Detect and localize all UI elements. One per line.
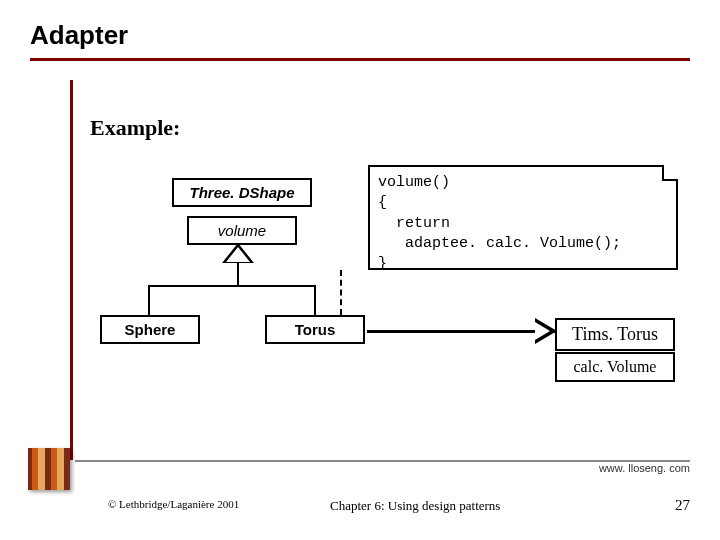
uml-class-sphere: Sphere [100, 315, 200, 344]
adapter-arrow-head-icon [535, 318, 557, 344]
footer-copyright: © Lethbridge/Laganière 2001 [108, 498, 239, 510]
uml-class-threedshape: Three. DShape [172, 178, 312, 207]
generalization-triangle-icon [222, 243, 254, 263]
example-label: Example: [90, 115, 180, 141]
uml-operation-calcvolume: calc. Volume [555, 352, 675, 382]
uml-operation-volume: volume [187, 216, 297, 245]
uml-note-code: volume() { return adaptee. calc. Volume(… [368, 165, 678, 270]
title-underline [30, 58, 690, 61]
slide-title: Adapter [30, 20, 128, 51]
inherit-left [148, 285, 150, 317]
footer-url: www. lloseng. com [599, 462, 690, 474]
inherit-hbar [148, 285, 316, 287]
title-vertical-bar [70, 80, 73, 460]
footer-page-number: 27 [675, 497, 690, 514]
footer-divider [75, 460, 690, 462]
adapter-arrow-line [367, 330, 555, 333]
decorative-swatch-icon [28, 448, 70, 490]
uml-diagram: Three. DShape volume volume() { return a… [90, 160, 690, 440]
inherit-right [314, 285, 316, 317]
inherit-stem [237, 263, 239, 285]
uml-class-timstorus: Tims. Torus [555, 318, 675, 351]
footer-chapter: Chapter 6: Using design patterns [330, 498, 500, 514]
uml-class-torus: Torus [265, 315, 365, 344]
note-anchor-dash [340, 270, 342, 315]
